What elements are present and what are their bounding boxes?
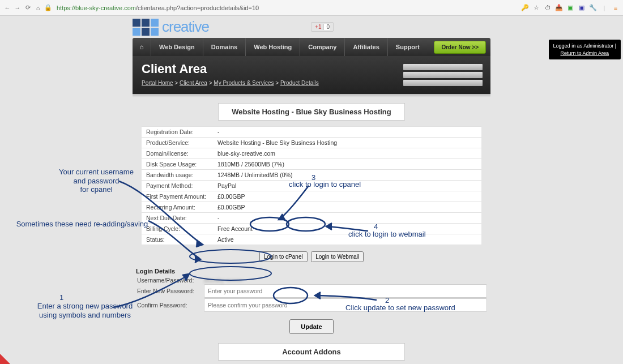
nav-web-design[interactable]: Web Design [151,38,203,56]
detail-row: Registration Date:- [142,127,481,138]
detail-key: Next Due Date: [142,213,213,224]
lock-icon: 🔒 [44,4,52,12]
logo-text: creative [162,18,209,36]
crumb-home[interactable]: Portal Home [142,80,173,86]
admin-status: Logged in as Administrator | Return to A… [549,40,621,59]
detail-row: Bandwidth usage:1248MB / UnlimitedMB (0%… [142,170,481,181]
return-admin-link[interactable]: Return to Admin Area [561,50,609,56]
detail-row: Product/Service:Website Hosting - Blue S… [142,138,481,148]
detail-key: Billing Cycle: [142,224,213,234]
addons-band: Account Addons [218,343,405,361]
nav-support[interactable]: Support [387,38,428,56]
timer-icon[interactable]: ⏱ [544,4,552,12]
logo-row: creative +1 0 [133,16,490,38]
nav-home-icon[interactable]: ⌂ [133,43,151,51]
detail-row: Status:Active [142,234,481,245]
crumb-products[interactable]: My Products & Services [214,80,274,86]
confirm-password-label: Confirm Password: [133,302,204,309]
ext2-icon[interactable]: ▣ [578,4,586,12]
detail-value: £0.00GBP [213,191,481,202]
crumb-detail[interactable]: Product Details [280,80,319,86]
login-webmail-button[interactable]: Login to Webmail [311,251,364,262]
detail-row: Billing Cycle:Free Account [142,224,481,234]
nav-company[interactable]: Company [300,38,344,56]
corner-badge [0,354,10,364]
detail-key: First Payment Amount: [142,191,213,202]
detail-value: Active [213,234,481,245]
anno-password: Enter a strong new passwordusing symbols… [28,302,142,319]
detail-key: Status: [142,234,213,245]
detail-row: First Payment Amount:£0.00GBP [142,191,481,202]
details-table: Registration Date:-Product/Service:Websi… [142,126,481,245]
main-nav: ⌂ Web Design Domains Web Hosting Company… [133,38,490,56]
detail-key: Registration Date: [142,127,213,138]
nav-domains[interactable]: Domains [203,38,245,56]
gplus-badge[interactable]: +1 0 [311,22,334,32]
detail-key: Bandwidth usage: [142,170,213,181]
forward-icon[interactable]: → [14,4,22,12]
detail-key: Recurring Amount: [142,202,213,213]
new-password-label: Enter New Password: [133,288,204,294]
detail-row: Disk Space Usage:1810MB / 25600MB (7%) [142,159,481,170]
reload-icon[interactable]: ⟳ [24,4,32,12]
login-details-heading: Login Details [136,268,490,275]
nav-affiliates[interactable]: Affiliates [344,38,387,56]
url-domain: blue-sky-creative.com [75,5,136,11]
page-header: Client Area Portal Home > Client Area > … [133,56,490,94]
detail-row: Next Due Date:- [142,213,481,224]
confirm-password-input[interactable] [204,298,487,312]
url-path: /clientarea.php?action=productdetails&id… [136,5,259,11]
key-icon[interactable]: 🔑 [521,4,529,12]
back-icon[interactable]: ← [3,4,11,12]
username-value: bluesky •••••••• [204,277,242,284]
product-title-band: Website Hosting - Blue Sky Business Host… [218,103,405,121]
detail-row: Recurring Amount:£0.00GBP [142,202,481,213]
gplus-label: +1 [315,24,321,30]
anno-username: Your current usernameand passwordfor cpa… [51,168,142,194]
detail-key: Disk Space Usage: [142,159,213,170]
server-image [403,64,483,88]
update-button[interactable]: Update [289,319,333,334]
home-icon[interactable]: ⌂ [34,4,42,12]
username-row: Username/Password: bluesky •••••••• [133,277,490,284]
detail-value: blue-sky-creative.com [213,148,481,159]
username-label: Username/Password: [133,277,204,284]
browser-toolbar: ← → ⟳ ⌂ 🔒 https://blue-sky-creative.com/… [0,0,623,16]
wrench-icon[interactable]: 🔧 [589,4,597,12]
detail-value: PayPal [213,181,481,191]
url-scheme: https:// [57,5,75,11]
divider: | [600,4,608,12]
gplus-count: 0 [323,24,330,30]
anno-readd: Sometimes these need re-adding/saving [11,220,153,229]
detail-value: Website Hosting - Blue Sky Business Host… [213,138,481,148]
detail-value: 1248MB / UnlimitedMB (0%) [213,170,481,181]
detail-value: - [213,127,481,138]
detail-key: Product/Service: [142,138,213,148]
anno-password-num: 1 [59,293,63,302]
detail-value: Free Account [213,224,481,234]
new-password-input[interactable] [204,284,487,298]
detail-row: Payment Method:PayPal [142,181,481,191]
address-bar[interactable]: https://blue-sky-creative.com/clientarea… [57,5,519,11]
ext1-icon[interactable]: ▣ [566,4,574,12]
crumb-client[interactable]: Client Area [180,80,207,86]
download-icon[interactable]: 📥 [555,4,563,12]
detail-key: Payment Method: [142,181,213,191]
star-icon[interactable]: ☆ [532,4,540,12]
nav-web-hosting[interactable]: Web Hosting [245,38,300,56]
login-cpanel-button[interactable]: Login to cPanel [259,251,308,262]
detail-value: 1810MB / 25600MB (7%) [213,159,481,170]
detail-row: Domain/license:blue-sky-creative.com [142,148,481,159]
order-now-button[interactable]: Order Now >> [434,41,486,54]
admin-line1: Logged in as Administrator | [553,42,616,50]
detail-value: £0.00GBP [213,202,481,213]
confirm-password-row: Confirm Password: [133,298,490,312]
detail-key: Domain/license: [142,148,213,159]
login-button-row: Login to cPanel Login to Webmail [133,249,490,263]
detail-value: - [213,213,481,224]
logo[interactable]: creative [133,18,209,36]
menu-icon[interactable]: ≡ [612,4,620,12]
new-password-row: Enter New Password: [133,284,490,298]
